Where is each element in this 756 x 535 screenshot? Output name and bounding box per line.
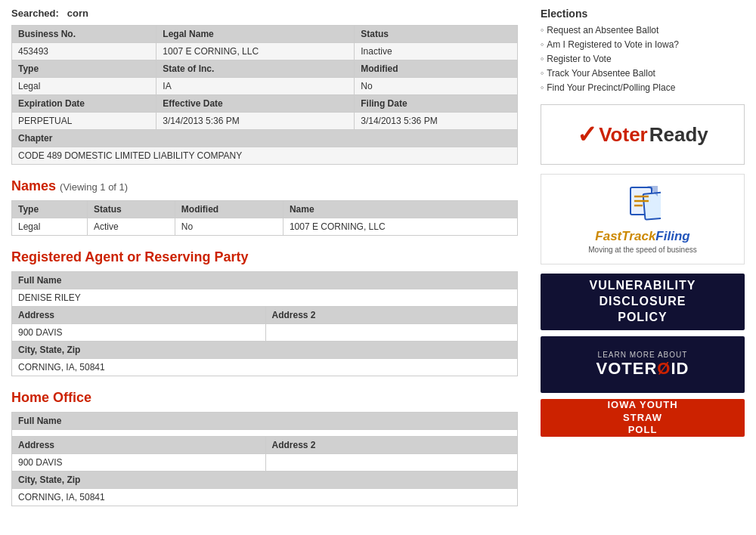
- elections-link-2[interactable]: Register to Vote: [547, 54, 611, 64]
- names-col-status: Status: [88, 201, 175, 218]
- agent-table: Full Name DENISE RILEY Address Address 2…: [11, 271, 518, 376]
- col-filing-date: Filing Date: [355, 95, 518, 113]
- home-address2-label: Address 2: [265, 437, 518, 454]
- agent-section-title: Registered Agent or Reserving Party: [11, 249, 518, 265]
- cell-chapter: CODE 489 DOMESTIC LIMITED LIABILITY COMP…: [12, 147, 518, 165]
- cell-state-of-inc: IA: [156, 78, 355, 95]
- list-item[interactable]: Request an Absentee Ballot: [541, 24, 745, 36]
- elections-list: Request an Absentee Ballot Am I Register…: [541, 24, 745, 93]
- agent-city-state-zip-label: City, State, Zip: [12, 342, 518, 359]
- list-item[interactable]: Track Your Absentee Ballot: [541, 67, 745, 79]
- col-type: Type: [12, 60, 156, 78]
- agent-address2-value: [265, 324, 518, 342]
- home-office-table: Full Name Address Address 2 900 DAVIS Ci…: [11, 412, 518, 506]
- names-cell-status: Active: [88, 218, 175, 236]
- names-viewing: (Viewing 1 of 1): [60, 181, 128, 193]
- fast-track-fast-text: Fast: [595, 229, 621, 243]
- elections-title: Elections: [541, 8, 745, 20]
- home-address2-value: [265, 454, 518, 472]
- col-legal-name: Legal Name: [156, 26, 355, 43]
- col-exp-date: Expiration Date: [12, 95, 156, 113]
- fast-track-banner[interactable]: FastTrackFiling Moving at the speed of b…: [541, 174, 745, 264]
- names-cell-type: Legal: [12, 218, 88, 236]
- names-section-title: Names (Viewing 1 of 1): [11, 178, 518, 194]
- fast-track-filing-text: Filing: [655, 229, 689, 243]
- voteroid-title: VOTERØID: [596, 359, 689, 379]
- list-item[interactable]: Am I Registered to Vote in Iowa?: [541, 39, 745, 50]
- col-biz-no: Business No.: [12, 26, 156, 43]
- agent-full-name-label: Full Name: [12, 272, 518, 289]
- straw-poll-banner[interactable]: IOWA YOUTH STRAW POLL: [541, 399, 745, 437]
- voter-ready-ready-text: Ready: [649, 123, 708, 147]
- fast-track-subtitle: Moving at the speed of business: [588, 246, 696, 254]
- agent-address2-label: Address 2: [265, 307, 518, 324]
- vuln-banner[interactable]: VULNERABILITY DISCLOSURE POLICY: [541, 274, 745, 330]
- home-address-label: Address: [12, 437, 266, 454]
- voteroid-learn-text: LEARN MORE ABOUT: [598, 351, 688, 359]
- list-item[interactable]: Register to Vote: [541, 53, 745, 64]
- agent-address-label: Address: [12, 307, 266, 324]
- home-city-state-zip-value: CORNING, IA, 50841: [12, 489, 518, 506]
- vuln-text: VULNERABILITY DISCLOSURE POLICY: [590, 278, 696, 325]
- home-address-value: 900 DAVIS: [12, 454, 266, 472]
- cell-type: Legal: [12, 78, 156, 95]
- fast-track-title: FastTrackFiling: [595, 229, 689, 244]
- home-office-section-title: Home Office: [11, 390, 518, 406]
- col-status: Status: [355, 26, 518, 43]
- elections-link-0[interactable]: Request an Absentee Ballot: [547, 25, 658, 36]
- list-item[interactable]: Find Your Precinct/Polling Place: [541, 82, 745, 93]
- searched-term: corn: [67, 8, 88, 19]
- fast-track-icon: [624, 184, 661, 227]
- home-city-state-zip-label: City, State, Zip: [12, 472, 518, 489]
- names-cell-modified: No: [175, 218, 283, 236]
- names-col-name: Name: [283, 201, 517, 218]
- names-col-type: Type: [12, 201, 88, 218]
- home-full-name-value: [12, 430, 518, 437]
- fast-track-track-text: Track: [621, 229, 655, 243]
- voter-ready-logo: ✓ Voter Ready: [577, 120, 708, 149]
- cell-status: Inactive: [355, 43, 518, 60]
- cell-eff-date: 3/14/2013 5:36 PM: [156, 113, 355, 130]
- cell-legal-name: 1007 E CORNING, LLC: [156, 43, 355, 60]
- elections-section: Elections Request an Absentee Ballot Am …: [541, 8, 745, 93]
- cell-exp-date: PERPETUAL: [12, 113, 156, 130]
- names-table: Type Status Modified Name Legal Active N…: [11, 200, 518, 236]
- voter-ready-check-icon: ✓: [577, 120, 597, 149]
- elections-link-4[interactable]: Find Your Precinct/Polling Place: [547, 82, 675, 93]
- straw-poll-text: IOWA YOUTH STRAW POLL: [607, 399, 677, 438]
- names-cell-name: 1007 E CORNING, LLC: [283, 218, 517, 236]
- agent-address-value: 900 DAVIS: [12, 324, 266, 342]
- col-state-of-inc: State of Inc.: [156, 60, 355, 78]
- searched-label: Searched:: [11, 8, 59, 19]
- business-table: Business No. Legal Name Status 453493 10…: [11, 25, 518, 165]
- voter-ready-voter-text: Voter: [599, 123, 648, 147]
- cell-filing-date: 3/14/2013 5:36 PM: [355, 113, 518, 130]
- names-col-modified: Modified: [175, 201, 283, 218]
- col-chapter: Chapter: [12, 130, 518, 147]
- cell-modified: No: [355, 78, 518, 95]
- searched-line: Searched: corn: [11, 8, 518, 19]
- cell-biz-no: 453493: [12, 43, 156, 60]
- agent-city-state-zip-value: CORNING, IA, 50841: [12, 359, 518, 376]
- elections-link-1[interactable]: Am I Registered to Vote in Iowa?: [547, 39, 679, 50]
- main-content: Searched: corn Business No. Legal Name S…: [0, 0, 529, 523]
- voter-ready-banner[interactable]: ✓ Voter Ready: [541, 104, 745, 165]
- sidebar: Elections Request an Absentee Ballot Am …: [529, 0, 756, 523]
- col-eff-date: Effective Date: [156, 95, 355, 113]
- col-modified: Modified: [355, 60, 518, 78]
- agent-full-name-value: DENISE RILEY: [12, 289, 518, 307]
- voteroid-banner[interactable]: LEARN MORE ABOUT VOTERØID: [541, 336, 745, 393]
- elections-link-3[interactable]: Track Your Absentee Ballot: [547, 68, 655, 79]
- home-full-name-label: Full Name: [12, 413, 518, 430]
